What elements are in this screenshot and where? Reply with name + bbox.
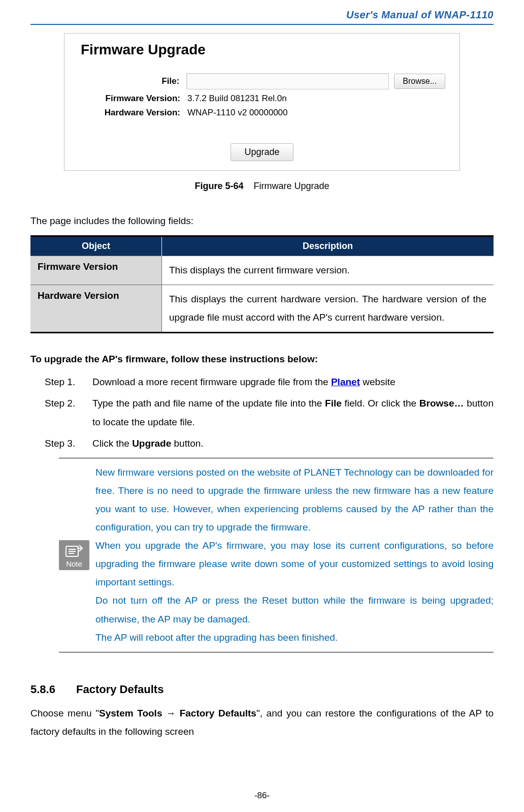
step-content: Type the path and file name of the updat…: [92, 394, 494, 431]
note-text: New firmware versions posted on the webs…: [95, 463, 494, 647]
steps-heading: To upgrade the AP's firmware, follow the…: [30, 354, 494, 365]
header-rule: [30, 24, 494, 25]
fields-table: Object Description Firmware Version This…: [30, 235, 494, 333]
panel-title: Firmware Upgrade: [79, 39, 445, 69]
step-label: Step 1.: [45, 373, 92, 391]
row-description: This displays the current hardware versi…: [162, 285, 494, 333]
fields-intro: The page includes the following fields:: [30, 212, 494, 230]
col-description: Description: [162, 236, 494, 256]
file-row: File: Browse...: [79, 73, 445, 89]
header-title: User's Manual of WNAP-1110: [30, 0, 494, 21]
step-content: Click the Upgrade button.: [92, 434, 494, 453]
figure-number: Figure 5-64: [194, 181, 243, 191]
row-object: Firmware Version: [30, 256, 162, 285]
step-1: Step 1. Download a more recent firmware …: [45, 373, 494, 391]
firmware-version-value: 3.7.2 Build 081231 Rel.0n: [187, 93, 287, 104]
note-block: Note New firmware versions posted on the…: [59, 458, 494, 652]
hardware-version-label: Hardware Version:: [79, 108, 187, 118]
file-input[interactable]: [186, 73, 389, 89]
section-body: Choose menu "System Tools → Factory Defa…: [30, 704, 494, 741]
step-2: Step 2. Type the path and file name of t…: [45, 394, 494, 431]
step-content: Download a more recent firmware upgrade …: [92, 373, 494, 391]
note-label: Note: [59, 559, 89, 568]
note-icon: Note: [59, 540, 89, 570]
figure-title: Firmware Upgrade: [254, 181, 330, 191]
step-label: Step 2.: [45, 394, 92, 431]
section-title: Factory Defaults: [76, 683, 163, 696]
table-row: Firmware Version This displays the curre…: [30, 256, 494, 285]
row-description: This displays the current firmware versi…: [162, 256, 494, 285]
col-object: Object: [30, 236, 162, 256]
hardware-version-value: WNAP-1110 v2 00000000: [187, 108, 288, 118]
section-heading: 5.8.6Factory Defaults: [30, 683, 494, 696]
steps-list: Step 1. Download a more recent firmware …: [45, 373, 494, 652]
firmware-version-row: Firmware Version: 3.7.2 Build 081231 Rel…: [79, 93, 445, 104]
note-icon-cell: Note: [59, 463, 95, 647]
browse-button[interactable]: Browse...: [394, 74, 445, 89]
upgrade-button[interactable]: Upgrade: [231, 143, 293, 161]
step-3: Step 3. Click the Upgrade button.: [45, 434, 494, 453]
step-label: Step 3.: [45, 434, 92, 453]
figure-caption: Figure 5-64 Firmware Upgrade: [30, 181, 494, 192]
firmware-version-label: Firmware Version:: [79, 93, 187, 104]
firmware-upgrade-panel: Firmware Upgrade File: Browse... Firmwar…: [64, 33, 460, 171]
planet-link[interactable]: Planet: [331, 377, 360, 387]
file-label: File:: [79, 76, 186, 86]
section-number: 5.8.6: [30, 683, 76, 696]
hardware-version-row: Hardware Version: WNAP-1110 v2 00000000: [79, 108, 445, 118]
row-object: Hardware Version: [30, 285, 162, 333]
page-number: -86-: [0, 791, 524, 801]
table-row: Hardware Version This displays the curre…: [30, 285, 494, 333]
